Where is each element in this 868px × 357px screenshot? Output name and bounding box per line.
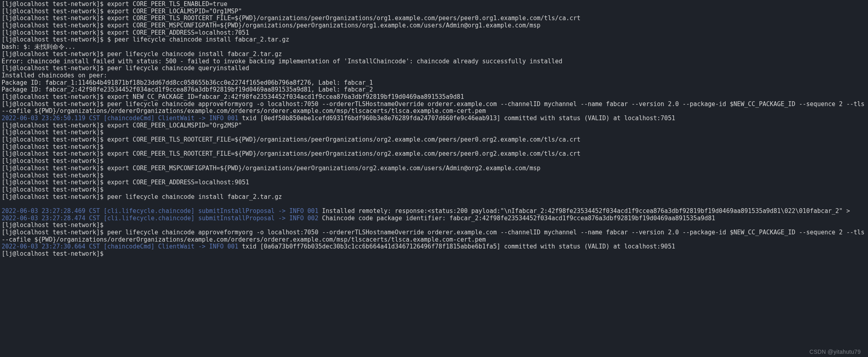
shell-prompt: [lj@localhost test-network]$ bbox=[2, 93, 107, 100]
terminal-line: [lj@localhost test-network]$ bbox=[2, 172, 866, 180]
terminal-text: export CORE_PEER_MSPCONFIGPATH=${PWD}/or… bbox=[107, 22, 541, 29]
terminal-line: [lj@localhost test-network]$ export NEW_… bbox=[2, 94, 866, 101]
terminal-text: export CORE_PEER_TLS_ROOTCERT_FILE=${PWD… bbox=[107, 136, 581, 143]
terminal-text: Installed chaincodes on peer: bbox=[2, 72, 107, 79]
terminal-text: Error: chaincode install failed with sta… bbox=[2, 58, 562, 65]
terminal-line: [lj@localhost test-network]$ peer lifecy… bbox=[2, 51, 866, 58]
terminal-line: [lj@localhost test-network]$ export CORE… bbox=[2, 22, 866, 29]
terminal-text: peer lifecycle chaincode install fabcar_… bbox=[107, 50, 282, 58]
terminal-text: txid [0a6a73b0ff76b035dec30b3c1cc6b664a4… bbox=[238, 243, 675, 250]
terminal-line: [lj@localhost test-network]$ export CORE… bbox=[2, 1, 866, 8]
shell-prompt: [lj@localhost test-network]$ bbox=[2, 157, 107, 165]
shell-prompt: [lj@localhost test-network]$ bbox=[2, 65, 107, 72]
shell-prompt: [lj@localhost test-network]$ bbox=[2, 22, 107, 29]
terminal-text: peer lifecycle chaincode queryinstalled bbox=[107, 65, 249, 72]
terminal-text: peer lifecycle chaincode approveformyorg… bbox=[2, 100, 868, 115]
terminal-line: [lj@localhost test-network]$ bbox=[2, 251, 866, 258]
terminal-text: export NEW_CC_PACKAGE_ID=fabcar_2:42f98f… bbox=[107, 93, 464, 100]
terminal-text: Installed remotely: response:<status:200… bbox=[318, 207, 850, 215]
terminal-line: [lj@localhost test-network]$ export CORE… bbox=[2, 8, 866, 15]
terminal-line: [lj@localhost test-network]$ $ peer life… bbox=[2, 36, 866, 44]
shell-prompt: [lj@localhost test-network]$ bbox=[2, 221, 107, 229]
terminal-line: [lj@localhost test-network]$ bbox=[2, 144, 866, 151]
shell-prompt: [lj@localhost test-network]$ bbox=[2, 229, 107, 236]
log-timestamp: 2022-06-03 23:27:30.664 CST [chaincodeCm… bbox=[2, 243, 238, 250]
terminal-line: [lj@localhost test-network]$ export CORE… bbox=[2, 150, 866, 158]
shell-prompt: [lj@localhost test-network]$ bbox=[2, 150, 107, 157]
terminal-line: Package ID: fabcar_1:1146b4b491871bf18b2… bbox=[2, 79, 866, 87]
terminal-text: peer lifecycle chaincode approveformyorg… bbox=[2, 229, 868, 243]
terminal-line: [lj@localhost test-network]$ export CORE… bbox=[2, 29, 866, 37]
terminal-text: export CORE_PEER_ADDRESS=localhost:9051 bbox=[107, 179, 249, 186]
shell-prompt: [lj@localhost test-network]$ bbox=[2, 172, 107, 179]
terminal-line: [lj@localhost test-network]$ peer lifecy… bbox=[2, 194, 866, 201]
terminal-text: bash: $: 未找到命令... bbox=[2, 43, 75, 50]
terminal-line: [lj@localhost test-network]$ export CORE… bbox=[2, 122, 866, 129]
terminal-line: [lj@localhost test-network]$ export CORE… bbox=[2, 136, 866, 144]
shell-prompt: [lj@localhost test-network]$ bbox=[2, 143, 107, 150]
shell-prompt: [lj@localhost test-network]$ bbox=[2, 15, 107, 22]
terminal-line: [lj@localhost test-network]$ peer lifecy… bbox=[2, 229, 866, 243]
shell-prompt: [lj@localhost test-network]$ bbox=[2, 186, 107, 193]
terminal-line: [lj@localhost test-network]$ bbox=[2, 222, 866, 229]
terminal-text: export CORE_PEER_LOCALMSPID="Org1MSP" bbox=[107, 8, 242, 15]
terminal-line: Installed chaincodes on peer: bbox=[2, 72, 866, 79]
shell-prompt: [lj@localhost test-network]$ bbox=[2, 250, 107, 257]
terminal-text: export CORE_PEER_TLS_ROOTCERT_FILE=${PWD… bbox=[107, 15, 581, 22]
shell-prompt: [lj@localhost test-network]$ bbox=[2, 0, 107, 8]
shell-prompt: [lj@localhost test-network]$ bbox=[2, 122, 107, 129]
terminal-line: [lj@localhost test-network]$ bbox=[2, 129, 866, 136]
terminal-line: 2022-06-03 23:27:30.664 CST [chaincodeCm… bbox=[2, 243, 866, 251]
terminal-text: Package ID: fabcar_1:1146b4b491871bf18b2… bbox=[2, 79, 373, 86]
shell-prompt: [lj@localhost test-network]$ bbox=[2, 36, 107, 43]
shell-prompt: [lj@localhost test-network]$ bbox=[2, 179, 107, 186]
shell-prompt: [lj@localhost test-network]$ bbox=[2, 50, 107, 58]
shell-prompt: [lj@localhost test-network]$ bbox=[2, 165, 107, 172]
terminal-text bbox=[2, 200, 5, 207]
terminal-text: export CORE_PEER_MSPCONFIGPATH=${PWD}/or… bbox=[107, 165, 541, 172]
terminal-line: bash: $: 未找到命令... bbox=[2, 44, 866, 51]
terminal-line bbox=[2, 200, 866, 208]
terminal-text: $ peer lifecycle chaincode install fabca… bbox=[107, 36, 289, 43]
terminal-line: [lj@localhost test-network]$ bbox=[2, 186, 866, 194]
terminal-line: [lj@localhost test-network]$ peer lifecy… bbox=[2, 101, 866, 115]
shell-prompt: [lj@localhost test-network]$ bbox=[2, 100, 107, 108]
terminal-text: export CORE_PEER_TLS_ROOTCERT_FILE=${PWD… bbox=[107, 150, 581, 157]
shell-prompt: [lj@localhost test-network]$ bbox=[2, 29, 107, 36]
log-timestamp: 2022-06-03 23:27:28.474 CST [cli.lifecyc… bbox=[2, 215, 318, 222]
terminal-text: peer lifecycle chaincode install fabcar_… bbox=[107, 193, 282, 200]
terminal-text: Chaincode code package identifier: fabca… bbox=[318, 215, 715, 222]
shell-prompt: [lj@localhost test-network]$ bbox=[2, 193, 107, 200]
terminal-line: [lj@localhost test-network]$ export CORE… bbox=[2, 179, 866, 186]
terminal-line: Error: chaincode install failed with sta… bbox=[2, 58, 866, 65]
log-timestamp: 2022-06-03 23:27:28.469 CST [cli.lifecyc… bbox=[2, 207, 318, 215]
log-timestamp: 2022-06-03 23:26:50.119 CST [chaincodeCm… bbox=[2, 115, 238, 122]
shell-prompt: [lj@localhost test-network]$ bbox=[2, 136, 107, 143]
watermark: CSDN @yitahutu79 bbox=[810, 349, 861, 355]
terminal-line: Package ID: fabcar_2:42f98fe23534452f034… bbox=[2, 86, 866, 94]
terminal-line: [lj@localhost test-network]$ export CORE… bbox=[2, 15, 866, 22]
shell-prompt: [lj@localhost test-network]$ bbox=[2, 8, 107, 15]
terminal-text: export CORE_PEER_ADDRESS=localhost:7051 bbox=[107, 29, 249, 36]
terminal-text: Package ID: fabcar_2:42f98fe23534452f034… bbox=[2, 86, 373, 93]
terminal-line: 2022-06-03 23:27:28.469 CST [cli.lifecyc… bbox=[2, 208, 866, 215]
terminal-text: export CORE_PEER_TLS_ENABLED=true bbox=[107, 0, 227, 8]
terminal-text: txid [0edf50b850ebe1cefd6931f6bdf960b3e8… bbox=[238, 115, 675, 122]
shell-prompt: [lj@localhost test-network]$ bbox=[2, 129, 107, 136]
terminal-text: export CORE_PEER_LOCALMSPID="Org2MSP" bbox=[107, 122, 242, 129]
terminal-area[interactable]: [lj@localhost test-network]$ export CORE… bbox=[0, 0, 868, 357]
terminal-line: [lj@localhost test-network]$ export CORE… bbox=[2, 165, 866, 172]
terminal-line: [lj@localhost test-network]$ peer lifecy… bbox=[2, 65, 866, 72]
terminal-line: 2022-06-03 23:27:28.474 CST [cli.lifecyc… bbox=[2, 215, 866, 222]
terminal-line: [lj@localhost test-network]$ bbox=[2, 158, 866, 165]
terminal-line: 2022-06-03 23:26:50.119 CST [chaincodeCm… bbox=[2, 115, 866, 122]
